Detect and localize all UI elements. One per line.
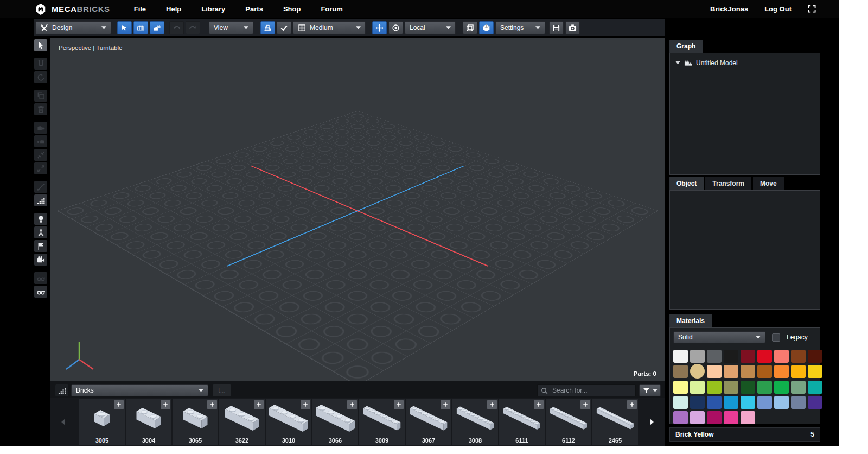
duplicate-tool[interactable]	[34, 90, 47, 102]
preview-off-tool[interactable]	[34, 272, 47, 284]
part-tile-6112[interactable]: 6112	[546, 399, 591, 445]
unsnap-tool[interactable]	[34, 162, 47, 174]
add-part-button[interactable]	[534, 400, 544, 409]
screenshot-button[interactable]	[565, 21, 580, 34]
add-part-button[interactable]	[441, 400, 450, 409]
select-tool[interactable]	[34, 39, 47, 51]
add-part-button[interactable]	[347, 400, 357, 409]
color-swatch[interactable]	[741, 381, 755, 394]
color-swatch[interactable]	[774, 365, 789, 378]
grid-toggle[interactable]	[260, 21, 275, 34]
statistics-tool[interactable]	[34, 194, 47, 206]
menu-item-parts[interactable]: Parts	[245, 5, 263, 13]
color-swatch[interactable]	[707, 396, 722, 409]
view-dropdown[interactable]: View	[209, 21, 253, 34]
viewport-3d[interactable]: Perspective | Turntable Parts: 0	[50, 38, 665, 381]
tree-item-untitled-model[interactable]: Untitled Model	[670, 53, 820, 67]
tab-transform[interactable]: Transform	[705, 177, 751, 190]
color-swatch[interactable]	[724, 381, 738, 394]
part-tile-2465[interactable]: 2465	[592, 399, 638, 445]
color-swatch[interactable]	[707, 411, 722, 424]
color-swatch[interactable]	[791, 350, 806, 363]
color-swatch[interactable]	[690, 411, 705, 424]
logout-link[interactable]: Log Out	[764, 5, 792, 13]
legacy-checkbox[interactable]	[772, 333, 780, 342]
color-swatch[interactable]	[741, 350, 755, 363]
tree-expand-icon[interactable]	[675, 61, 680, 65]
color-swatch[interactable]	[808, 396, 822, 409]
pointer-brick-toggle[interactable]	[117, 21, 132, 34]
color-swatch[interactable]	[757, 350, 772, 363]
color-swatch[interactable]	[690, 396, 705, 409]
color-swatch[interactable]	[707, 350, 722, 363]
part-tile-3066[interactable]: 3066	[312, 399, 358, 445]
tab-materials[interactable]: Materials	[669, 314, 712, 327]
part-tile-3008[interactable]: 3008	[452, 399, 498, 445]
part-tile-3622[interactable]: 3622	[219, 399, 265, 445]
color-swatch[interactable]	[673, 381, 688, 394]
scroll-right-button[interactable]	[642, 398, 661, 446]
category-dropdown[interactable]: Bricks	[71, 384, 208, 396]
color-swatch[interactable]	[673, 350, 688, 363]
parts-grid-button[interactable]	[55, 384, 68, 396]
part-tile-3067[interactable]: 3067	[406, 399, 451, 445]
color-swatch[interactable]	[707, 381, 722, 394]
translate-gizmo-toggle[interactable]	[372, 21, 387, 34]
delete-tool[interactable]	[34, 103, 47, 115]
part-tile-3010[interactable]: 3010	[266, 399, 311, 445]
color-swatch[interactable]	[791, 381, 806, 394]
color-swatch[interactable]	[741, 411, 755, 424]
export-parts-tool[interactable]	[34, 122, 47, 134]
grid-size-dropdown[interactable]: Medium	[293, 21, 366, 34]
preview-tool[interactable]	[34, 286, 47, 298]
color-swatch[interactable]	[774, 350, 789, 363]
menu-item-shop[interactable]: Shop	[283, 5, 301, 13]
color-swatch[interactable]	[808, 381, 822, 394]
light-tool[interactable]	[34, 213, 47, 225]
add-part-button[interactable]	[394, 400, 404, 409]
color-swatch[interactable]	[724, 365, 738, 378]
settings-dropdown[interactable]: Settings	[495, 21, 545, 34]
curve-tool[interactable]	[34, 181, 47, 193]
scroll-left-button[interactable]	[54, 398, 73, 446]
color-swatch[interactable]	[791, 365, 806, 378]
add-part-button[interactable]	[254, 400, 264, 409]
color-swatch[interactable]	[808, 365, 822, 378]
color-swatch[interactable]	[791, 396, 806, 409]
color-swatch[interactable]	[774, 381, 789, 394]
add-part-button[interactable]	[580, 400, 590, 409]
color-swatch[interactable]	[741, 365, 755, 378]
part-tile-3065[interactable]: 3065	[173, 399, 218, 445]
color-swatch[interactable]	[690, 350, 705, 363]
tab-graph[interactable]: Graph	[669, 40, 703, 53]
color-swatch[interactable]	[690, 381, 705, 394]
color-swatch[interactable]	[808, 350, 822, 363]
text-filter-button[interactable]: t...	[213, 384, 231, 396]
add-part-button[interactable]	[301, 400, 310, 409]
filter-button[interactable]	[639, 384, 661, 396]
color-swatch[interactable]	[774, 396, 789, 409]
space-dropdown[interactable]: Local	[405, 21, 456, 34]
part-tile-6111[interactable]: 6111	[499, 399, 545, 445]
add-part-button[interactable]	[207, 400, 217, 409]
menu-item-file[interactable]: File	[134, 5, 146, 13]
color-swatch[interactable]	[741, 396, 755, 409]
menu-item-help[interactable]: Help	[166, 5, 181, 13]
rotate-tool[interactable]	[34, 71, 47, 83]
paint-tool[interactable]	[34, 240, 47, 252]
add-part-button[interactable]	[627, 400, 637, 409]
color-swatch[interactable]	[673, 396, 688, 409]
color-swatch[interactable]	[757, 381, 772, 394]
snap-tool[interactable]	[34, 149, 47, 161]
design-mode-dropdown[interactable]: Design	[35, 21, 111, 34]
pivot-tool[interactable]	[34, 226, 47, 238]
color-swatch[interactable]	[724, 396, 738, 409]
parts-search-input[interactable]	[551, 386, 632, 395]
rotate-gizmo-toggle[interactable]	[388, 21, 403, 34]
brick-group-toggle[interactable]	[150, 21, 164, 34]
redo-button[interactable]	[186, 21, 200, 34]
add-part-button[interactable]	[487, 400, 497, 409]
tab-move[interactable]: Move	[753, 177, 784, 190]
fullscreen-icon[interactable]	[808, 5, 816, 13]
part-tile-3004[interactable]: 3004	[126, 399, 171, 445]
